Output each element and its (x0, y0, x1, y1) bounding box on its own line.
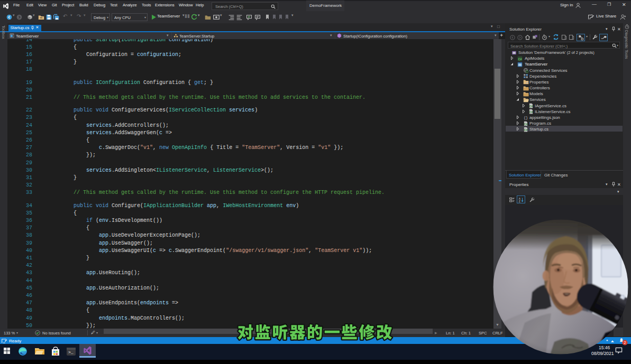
svg-text:C#: C# (529, 110, 533, 114)
svg-text:>_: >_ (68, 350, 74, 354)
svg-text:C#: C# (529, 105, 533, 108)
svg-text:A: A (519, 197, 521, 200)
svg-text:Z: Z (519, 200, 520, 203)
svg-text:C#: C# (524, 128, 528, 131)
svg-text:C#: C# (518, 57, 522, 60)
svg-text:C#: C# (524, 122, 528, 125)
svg-text:{}: {} (524, 116, 528, 120)
